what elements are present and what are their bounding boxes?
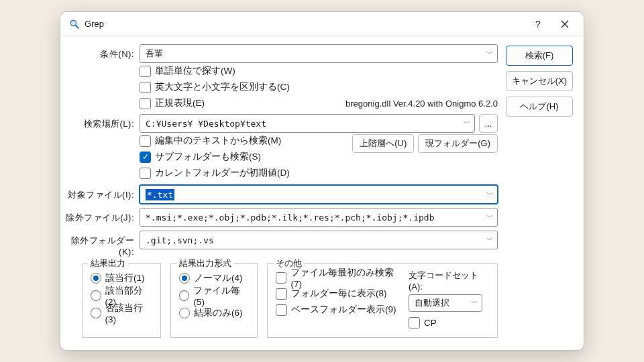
result-notline-radio[interactable]: [91, 308, 101, 318]
chevron-down-icon: ﹀: [471, 298, 478, 308]
format-perfile-radio[interactable]: [179, 290, 189, 301]
regex-checkbox[interactable]: [140, 98, 151, 109]
chevron-down-icon: ﹀: [486, 49, 493, 58]
cp-checkbox[interactable]: [409, 317, 420, 328]
exclude-folder-input[interactable]: .git;.svn;.vs ﹀: [140, 231, 498, 249]
chevron-down-icon: ﹀: [464, 119, 470, 128]
target-input[interactable]: *.txt ﹀: [140, 185, 498, 204]
help-button[interactable]: ヘルプ(H): [506, 97, 573, 117]
editing-checkbox[interactable]: [140, 135, 151, 147]
svg-line-1: [76, 25, 79, 28]
current-folder-button[interactable]: 現フォルダー(G): [418, 134, 498, 153]
basefolder-checkbox[interactable]: [276, 304, 287, 316]
charset-label: 文字コードセット(A):: [409, 269, 489, 292]
close-button[interactable]: [551, 15, 578, 34]
location-input[interactable]: C:¥Users¥ ¥Desktop¥text ﹀: [140, 114, 475, 133]
case-checkbox[interactable]: [140, 82, 151, 93]
exclude-folder-label: 除外フォルダー(K):: [66, 231, 140, 257]
cancel-button[interactable]: キャンセル(X): [506, 71, 573, 91]
exclude-file-label: 除外ファイル(J):: [66, 208, 140, 224]
chevron-down-icon: ﹀: [486, 190, 493, 199]
format-normal-radio[interactable]: [179, 273, 190, 284]
subfolder-checkbox[interactable]: ✓: [140, 152, 151, 163]
titlebar: Grep ?: [60, 12, 584, 36]
search-button[interactable]: 検索(F): [506, 46, 573, 66]
charset-select[interactable]: 自動選択 ﹀: [409, 294, 482, 312]
condition-input[interactable]: 吾輩 ﹀: [140, 44, 498, 63]
grep-dialog: Grep ? 条件(N): 吾輩 ﹀ 単語単位で探す(W): [60, 11, 584, 351]
other-group: その他 ファイル毎最初のみ検索(7) フォルダー毎に表示(8) ベースフォルダー…: [267, 263, 498, 338]
exclude-file-input[interactable]: *.msi;*.exe;*.obj;*.pdb;*.ilk;*.res;*.pc…: [140, 208, 498, 227]
result-output-group: 結果出力 該当行(1) 該当部分(2) 否該当行(3): [82, 263, 161, 338]
word-checkbox[interactable]: [140, 66, 151, 77]
up-folder-button[interactable]: 上階層へ(U): [352, 134, 414, 153]
browse-button[interactable]: ...: [479, 114, 498, 133]
format-resultonly-radio[interactable]: [179, 308, 190, 318]
target-label: 対象ファイル(I):: [66, 185, 140, 201]
location-label: 検索場所(L):: [66, 114, 140, 130]
chevron-down-icon: ﹀: [486, 213, 493, 222]
help-titlebar-button[interactable]: ?: [525, 15, 551, 34]
app-icon: [68, 18, 80, 30]
firstonly-checkbox[interactable]: [276, 272, 286, 284]
window-title: Grep: [85, 19, 525, 29]
result-format-group: 結果出力形式 ノーマル(4) ファイル毎(5) 結果のみ(6): [170, 263, 258, 338]
regex-version: bregonig.dll Ver.4.20 with Onigmo 6.2.0: [345, 99, 498, 109]
result-part-radio[interactable]: [91, 290, 101, 301]
current-default-checkbox[interactable]: [140, 168, 151, 179]
condition-label: 条件(N):: [66, 44, 140, 60]
chevron-down-icon: ﹀: [486, 235, 493, 245]
result-line-radio[interactable]: [91, 273, 101, 284]
perfolder-checkbox[interactable]: [276, 288, 287, 300]
